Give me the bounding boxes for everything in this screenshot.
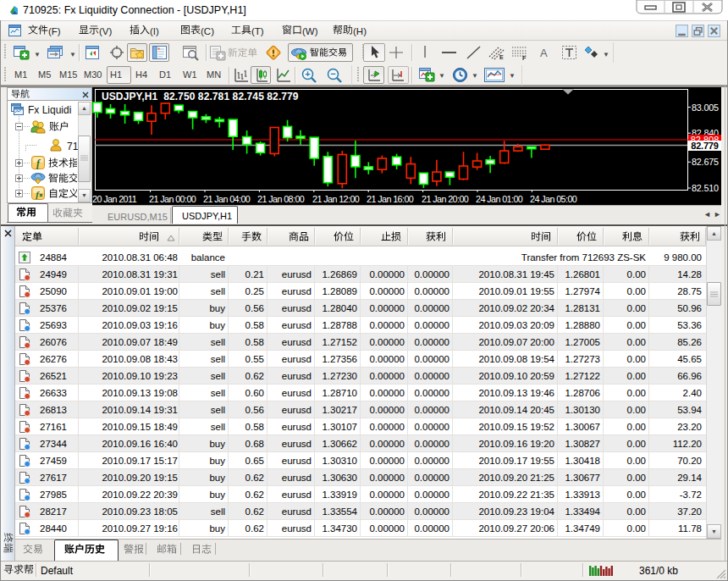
svg-text:−: − [330, 69, 335, 79]
svg-text:E: E [499, 54, 504, 60]
svg-text:+: + [305, 69, 310, 79]
svg-text:F: F [522, 55, 527, 60]
